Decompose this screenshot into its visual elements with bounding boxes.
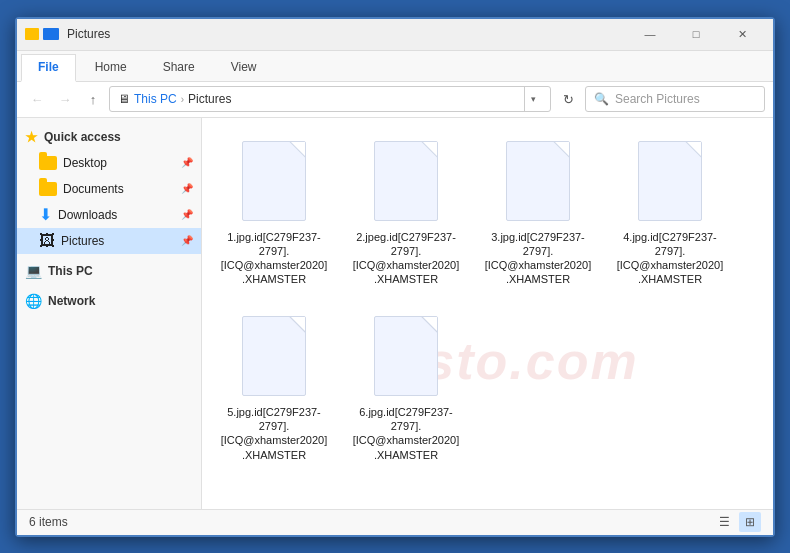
status-bar: 6 items ☰ ⊞	[17, 509, 773, 535]
file-icon-3	[634, 136, 706, 226]
this-pc-label: This PC	[48, 264, 93, 278]
breadcrumb-dropdown-arrow[interactable]: ▾	[524, 86, 542, 112]
download-icon: ⬇	[39, 205, 52, 224]
tab-share[interactable]: Share	[146, 53, 212, 81]
quick-access-section: ★ Quick access Desktop 📌 Documents 📌 ⬇ D…	[17, 124, 201, 254]
file-name-2: 3.jpg.id[C279F237-2797].[ICQ@xhamster202…	[484, 230, 592, 287]
window-title: Pictures	[67, 27, 627, 41]
ribbon: File Home Share View	[17, 51, 773, 82]
file-item-1[interactable]: 2.jpeg.id[C279F237-2797].[ICQ@xhamster20…	[346, 130, 466, 293]
network-icon: 🌐	[25, 293, 42, 309]
title-bar-icon	[25, 28, 59, 40]
file-doc-3	[638, 141, 702, 221]
file-item-2[interactable]: 3.jpg.id[C279F237-2797].[ICQ@xhamster202…	[478, 130, 598, 293]
file-name-1: 2.jpeg.id[C279F237-2797].[ICQ@xhamster20…	[352, 230, 460, 287]
file-item-5[interactable]: 6.jpg.id[C279F237-2797].[ICQ@xhamster202…	[346, 305, 466, 468]
file-doc-0	[242, 141, 306, 221]
file-item-0[interactable]: 1.jpg.id[C279F237-2797].[ICQ@xhamster202…	[214, 130, 334, 293]
file-icon-4	[238, 311, 310, 401]
sidebar-quick-access[interactable]: ★ Quick access	[17, 124, 201, 150]
quick-access-label: Quick access	[44, 130, 121, 144]
refresh-button[interactable]: ↻	[555, 86, 581, 112]
list-view-button[interactable]: ☰	[713, 512, 735, 532]
documents-label: Documents	[63, 182, 124, 196]
forward-button[interactable]: →	[53, 87, 77, 111]
title-bar: Pictures — □ ✕	[17, 19, 773, 51]
pin-icon-desktop: 📌	[181, 157, 193, 168]
window-controls: — □ ✕	[627, 18, 765, 50]
address-bar: ← → ↑ 🖥 This PC › Pictures ▾ ↻ 🔍 Search …	[17, 82, 773, 118]
file-area: risto.com 1.jpg.id[C279F237-2797].[ICQ@x…	[202, 118, 773, 509]
sidebar-item-documents[interactable]: Documents 📌	[17, 176, 201, 202]
this-pc-section: 💻 This PC	[17, 258, 201, 284]
pin-icon-pictures: 📌	[181, 235, 193, 246]
maximize-button[interactable]: □	[673, 18, 719, 50]
pin-icon-downloads: 📌	[181, 209, 193, 220]
folder-icon-desktop	[39, 156, 57, 170]
tab-view[interactable]: View	[214, 53, 274, 81]
search-icon: 🔍	[594, 92, 609, 106]
view-controls: ☰ ⊞	[713, 512, 761, 532]
breadcrumb-icon: 🖥	[118, 92, 130, 106]
ribbon-tabs: File Home Share View	[17, 51, 773, 81]
close-button[interactable]: ✕	[719, 18, 765, 50]
back-button[interactable]: ←	[25, 87, 49, 111]
network-label: Network	[48, 294, 95, 308]
breadcrumb-sep-1: ›	[181, 94, 184, 105]
search-placeholder: Search Pictures	[615, 92, 700, 106]
pictures-folder-icon: 🖼	[39, 232, 55, 250]
network-section: 🌐 Network	[17, 288, 201, 314]
folder-icon-yellow	[25, 28, 39, 40]
pictures-label: Pictures	[61, 234, 104, 248]
tab-home[interactable]: Home	[78, 53, 144, 81]
downloads-label: Downloads	[58, 208, 117, 222]
file-explorer-window: Pictures — □ ✕ File Home Share View ← → …	[15, 17, 775, 537]
file-item-4[interactable]: 5.jpg.id[C279F237-2797].[ICQ@xhamster202…	[214, 305, 334, 468]
item-count: 6 items	[29, 515, 68, 529]
breadcrumb-bar[interactable]: 🖥 This PC › Pictures ▾	[109, 86, 551, 112]
grid-view-button[interactable]: ⊞	[739, 512, 761, 532]
file-icon-5	[370, 311, 442, 401]
computer-icon: 💻	[25, 263, 42, 279]
sidebar: ★ Quick access Desktop 📌 Documents 📌 ⬇ D…	[17, 118, 202, 509]
sidebar-item-pictures[interactable]: 🖼 Pictures 📌	[17, 228, 201, 254]
sidebar-network[interactable]: 🌐 Network	[17, 288, 201, 314]
file-grid: 1.jpg.id[C279F237-2797].[ICQ@xhamster202…	[214, 130, 761, 468]
tab-file[interactable]: File	[21, 54, 76, 82]
folder-icon-documents	[39, 182, 57, 196]
file-icon-0	[238, 136, 310, 226]
file-name-4: 5.jpg.id[C279F237-2797].[ICQ@xhamster202…	[220, 405, 328, 462]
pin-icon-documents: 📌	[181, 183, 193, 194]
breadcrumb-pictures: Pictures	[188, 92, 231, 106]
file-name-0: 1.jpg.id[C279F237-2797].[ICQ@xhamster202…	[220, 230, 328, 287]
file-doc-4	[242, 316, 306, 396]
file-item-3[interactable]: 4.jpg.id[C279F237-2797].[ICQ@xhamster202…	[610, 130, 730, 293]
file-icon-2	[502, 136, 574, 226]
up-button[interactable]: ↑	[81, 87, 105, 111]
file-doc-1	[374, 141, 438, 221]
breadcrumb-this-pc[interactable]: This PC	[134, 92, 177, 106]
desktop-label: Desktop	[63, 156, 107, 170]
main-content: ★ Quick access Desktop 📌 Documents 📌 ⬇ D…	[17, 118, 773, 509]
minimize-button[interactable]: —	[627, 18, 673, 50]
sidebar-this-pc[interactable]: 💻 This PC	[17, 258, 201, 284]
file-icon-1	[370, 136, 442, 226]
folder-icon-blue	[43, 28, 59, 40]
sidebar-item-downloads[interactable]: ⬇ Downloads 📌	[17, 202, 201, 228]
search-bar[interactable]: 🔍 Search Pictures	[585, 86, 765, 112]
sidebar-item-desktop[interactable]: Desktop 📌	[17, 150, 201, 176]
file-doc-5	[374, 316, 438, 396]
file-doc-2	[506, 141, 570, 221]
star-icon: ★	[25, 129, 38, 145]
file-name-3: 4.jpg.id[C279F237-2797].[ICQ@xhamster202…	[616, 230, 724, 287]
file-name-5: 6.jpg.id[C279F237-2797].[ICQ@xhamster202…	[352, 405, 460, 462]
